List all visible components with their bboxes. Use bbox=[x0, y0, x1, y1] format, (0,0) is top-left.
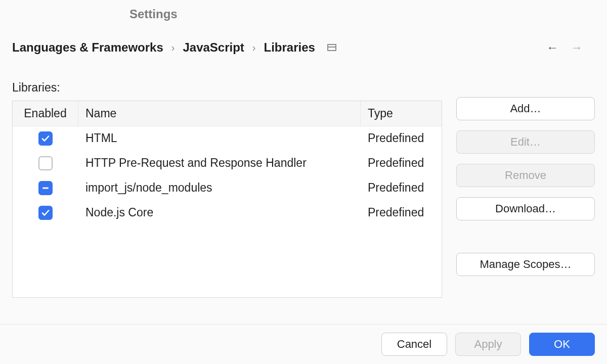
cell-type: Predefined bbox=[361, 176, 442, 200]
cancel-button[interactable]: Cancel bbox=[381, 333, 447, 356]
back-arrow-icon[interactable]: ← bbox=[546, 40, 558, 55]
breadcrumb: Languages & Frameworks › JavaScript › Li… bbox=[12, 40, 546, 55]
table-row[interactable]: Node.js CorePredefined bbox=[13, 201, 442, 225]
svg-rect-0 bbox=[42, 188, 49, 189]
apply-button: Apply bbox=[455, 333, 521, 356]
ok-button[interactable]: OK bbox=[529, 333, 595, 356]
breadcrumb-row: Languages & Frameworks › JavaScript › Li… bbox=[0, 21, 607, 55]
nav-arrows: ← → bbox=[546, 40, 595, 55]
cell-enabled bbox=[13, 126, 78, 151]
cell-enabled bbox=[13, 151, 78, 175]
cell-type: Predefined bbox=[361, 126, 442, 151]
table-row[interactable]: import_js/node_modulesPredefined bbox=[13, 176, 442, 201]
enabled-checkbox[interactable] bbox=[38, 181, 53, 195]
edit-button: Edit… bbox=[456, 130, 595, 154]
column-name[interactable]: Name bbox=[78, 101, 361, 126]
cell-type: Predefined bbox=[361, 151, 442, 175]
table-header: Enabled Name Type bbox=[13, 101, 442, 126]
add-button[interactable]: Add… bbox=[456, 97, 595, 120]
cell-type: Predefined bbox=[361, 201, 442, 225]
table-row[interactable]: HTMLPredefined bbox=[13, 126, 442, 151]
column-enabled[interactable]: Enabled bbox=[13, 101, 78, 126]
remove-button: Remove bbox=[456, 164, 595, 187]
breadcrumb-level3: Libraries bbox=[264, 40, 315, 55]
enabled-checkbox[interactable] bbox=[38, 156, 53, 170]
enabled-checkbox[interactable] bbox=[38, 131, 53, 146]
libraries-label: Libraries: bbox=[12, 81, 442, 95]
cell-enabled bbox=[13, 201, 78, 225]
forward-arrow-icon: → bbox=[571, 40, 583, 55]
breadcrumb-level1[interactable]: Languages & Frameworks bbox=[12, 40, 163, 55]
manage-scopes-button[interactable]: Manage Scopes… bbox=[456, 253, 595, 276]
chevron-right-icon: › bbox=[252, 42, 256, 54]
cell-name: Node.js Core bbox=[78, 201, 361, 225]
table-row[interactable]: HTTP Pre-Request and Response HandlerPre… bbox=[13, 151, 442, 176]
cell-name: import_js/node_modules bbox=[78, 176, 361, 200]
download-button[interactable]: Download… bbox=[456, 197, 595, 220]
enabled-checkbox[interactable] bbox=[38, 206, 53, 220]
breadcrumb-level2[interactable]: JavaScript bbox=[183, 40, 244, 55]
dialog-footer: Cancel Apply OK bbox=[0, 324, 607, 364]
cell-enabled bbox=[13, 176, 78, 200]
cell-name: HTML bbox=[78, 126, 361, 151]
settings-title: Settings bbox=[0, 0, 607, 21]
cell-name: HTTP Pre-Request and Response Handler bbox=[78, 151, 361, 175]
minimap-icon[interactable] bbox=[327, 44, 336, 51]
libraries-table: Enabled Name Type HTMLPredefinedHTTP Pre… bbox=[12, 101, 442, 298]
chevron-right-icon: › bbox=[171, 42, 175, 54]
column-type[interactable]: Type bbox=[361, 101, 442, 126]
